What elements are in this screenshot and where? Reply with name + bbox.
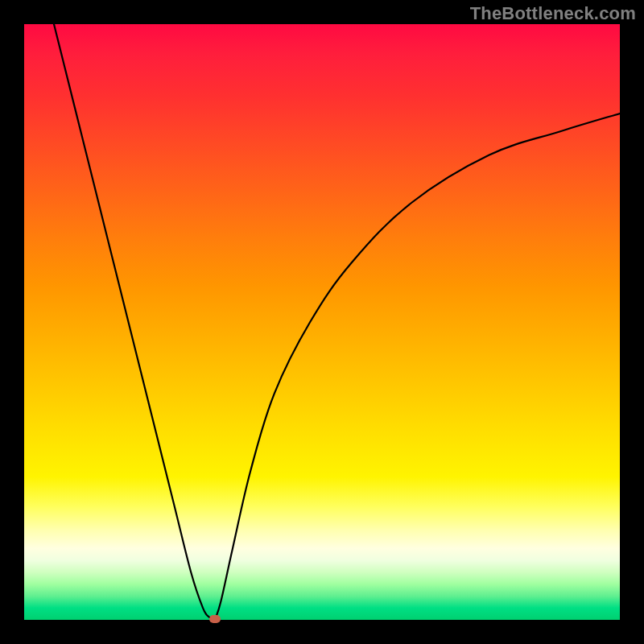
chart-container: TheBottleneck.com — [0, 0, 644, 644]
minimum-marker — [209, 615, 221, 623]
bottleneck-curve — [24, 24, 620, 620]
watermark-text: TheBottleneck.com — [470, 3, 636, 24]
plot-area — [24, 24, 620, 620]
